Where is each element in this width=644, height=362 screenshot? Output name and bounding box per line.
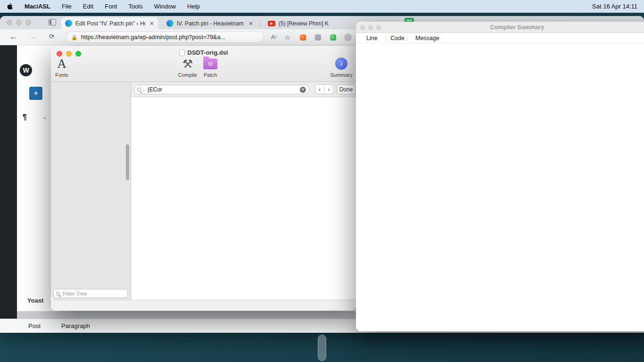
status-icons: Sat 16 Apr 14:11 — [592, 3, 637, 10]
paragraph-block-icon[interactable]: ¶ — [23, 113, 27, 122]
done-button[interactable]: Done — [337, 84, 355, 94]
window-controls[interactable] — [360, 25, 381, 30]
compiler-title: Compiler Summary — [490, 24, 545, 31]
menu-tools[interactable]: Tools — [128, 3, 142, 10]
menu-edit[interactable]: Edit — [83, 3, 93, 10]
sidebar-scrollbar[interactable] — [126, 144, 129, 180]
forward-icon[interactable]: → — [29, 33, 37, 41]
block-inserter-button[interactable]: + — [29, 87, 42, 100]
maciasl-window: DSDT-orig.dsl A Fonts ⚒ Compile ⚙ Patch … — [51, 46, 356, 311]
compiler-table-header: Line Code Message — [356, 33, 644, 43]
favorites-star-icon[interactable]: ☆ — [284, 33, 290, 42]
menu-window[interactable]: Window — [154, 3, 176, 10]
read-aloud-icon[interactable]: A⁾ — [271, 33, 277, 41]
profile-avatar[interactable] — [344, 33, 352, 41]
close-window-button[interactable] — [7, 20, 12, 25]
document-title: DSDT-orig.dsl — [188, 49, 228, 56]
tab-divider — [259, 20, 260, 26]
chevron-down-icon[interactable]: ⌄ — [42, 114, 47, 120]
footer-block-label[interactable]: Paragraph — [61, 322, 90, 329]
browser-window-controls[interactable] — [7, 20, 31, 25]
breadcrumb — [51, 300, 356, 311]
zoom-window-button[interactable] — [376, 25, 381, 30]
window-title: DSDT-orig.dsl — [51, 49, 356, 56]
compiler-summary-window: Compiler Summary Line Code Message — [356, 22, 644, 331]
wordpress-favicon — [166, 20, 173, 27]
tab-title: IV. Patch pin - Heavietnam Ap — [177, 20, 244, 27]
filter-tree-input[interactable]: Filter Tree — [53, 289, 128, 298]
yoast-panel-label[interactable]: Yoast — [27, 297, 43, 304]
find-next-button[interactable]: › — [324, 85, 333, 94]
maciasl-titlebar: DSDT-orig.dsl A Fonts ⚒ Compile ⚙ Patch … — [51, 46, 356, 82]
minimize-window-button[interactable] — [368, 25, 373, 30]
menu-help[interactable]: Help — [187, 3, 200, 10]
close-tab-icon[interactable]: ✕ — [149, 20, 154, 27]
summary-info-icon: i — [335, 58, 347, 70]
asl-tree — [51, 83, 131, 288]
search-icon — [56, 292, 60, 296]
filter-placeholder: Filter Tree — [63, 291, 87, 296]
patch-label: Patch — [199, 72, 221, 78]
search-options-chevron-icon[interactable]: ⌄ — [142, 88, 145, 92]
column-message[interactable]: Message — [407, 35, 644, 41]
wordpress-favicon — [65, 20, 72, 27]
minimize-window-button[interactable] — [16, 20, 22, 25]
youtube-favicon: ▶ — [268, 21, 275, 26]
compile-button[interactable]: ⚒ Compile — [175, 57, 200, 78]
wordpress-logo[interactable]: W — [20, 64, 32, 76]
compiler-rows — [356, 44, 644, 331]
sidebar-toggle-icon[interactable] — [49, 19, 56, 25]
summary-button[interactable]: i Summary — [328, 57, 355, 78]
collections-icon[interactable] — [315, 34, 321, 41]
fonts-button[interactable]: A Fonts — [51, 57, 73, 78]
menu-font[interactable]: Font — [105, 3, 117, 10]
search-icon — [137, 88, 141, 91]
apple-menu-icon[interactable] — [7, 3, 13, 10]
find-bar: ⌄ (ECor ✕ ‹ › Done — [131, 82, 356, 97]
find-previous-button[interactable]: ‹ — [315, 85, 324, 94]
fonts-label: Fonts — [51, 72, 73, 78]
wp-admin-sidebar — [0, 45, 17, 319]
compile-label: Compile — [175, 72, 200, 78]
reload-icon[interactable]: ⟳ — [49, 33, 55, 40]
column-code[interactable]: Code — [386, 35, 407, 41]
tab-review-phim[interactable]: ▶ (5) [Review Phim] K — [264, 17, 358, 29]
find-query-text: (ECor — [148, 86, 300, 93]
find-nav-buttons: ‹ › — [315, 84, 334, 94]
patch-folder-icon: ⚙ — [203, 58, 217, 69]
menu-bar: MaciASL FileEditFontToolsWindowHelp Sat … — [0, 0, 644, 13]
asl-tree-sidebar: Filter Tree — [51, 82, 131, 300]
clear-search-icon[interactable]: ✕ — [300, 87, 306, 93]
dock — [318, 335, 326, 361]
document-icon — [179, 49, 185, 56]
fonts-icon: A — [57, 58, 66, 70]
tab-edit-post[interactable]: Edit Post “IV. Patch pin” ‹ Heav ✕ — [61, 17, 158, 29]
address-bar[interactable]: 🔒 https://heavietnam.ga/wp-admin/post.ph… — [66, 32, 264, 43]
close-window-button[interactable] — [360, 25, 365, 30]
extension-orange-icon[interactable] — [300, 34, 306, 41]
zoom-window-button[interactable] — [25, 20, 31, 25]
tab-patch-pin[interactable]: IV. Patch pin - Heavietnam Ap ✕ — [163, 17, 257, 29]
url-text: https://heavietnam.ga/wp-admin/post.php?… — [81, 34, 225, 41]
compiler-titlebar: Compiler Summary — [356, 22, 644, 33]
patch-button[interactable]: ⚙ Patch — [199, 57, 221, 78]
footer-post-label[interactable]: Post — [28, 322, 41, 329]
tab-title: (5) [Review Phim] K — [279, 20, 329, 27]
close-tab-icon[interactable]: ✕ — [248, 20, 253, 27]
find-input[interactable]: ⌄ (ECor ✕ — [134, 85, 309, 94]
tab-title: Edit Post “IV. Patch pin” ‹ Heav — [75, 20, 145, 27]
summary-label: Summary — [328, 72, 355, 78]
lock-icon: 🔒 — [71, 34, 78, 41]
extension-green-icon[interactable] — [330, 34, 336, 41]
desktop: Edit Post “IV. Patch pin” ‹ Heav ✕ IV. P… — [0, 0, 644, 362]
menu-items: MaciASL FileEditFontToolsWindowHelp — [7, 3, 200, 10]
menu-bar-clock[interactable]: Sat 16 Apr 14:11 — [592, 3, 637, 10]
app-menu-maciasl[interactable]: MaciASL — [25, 3, 50, 10]
column-line[interactable]: Line — [366, 35, 386, 41]
code-editor[interactable] — [131, 97, 356, 300]
compile-icon: ⚒ — [182, 58, 193, 70]
menu-file[interactable]: File — [62, 3, 72, 10]
back-icon[interactable]: ← — [9, 33, 17, 41]
